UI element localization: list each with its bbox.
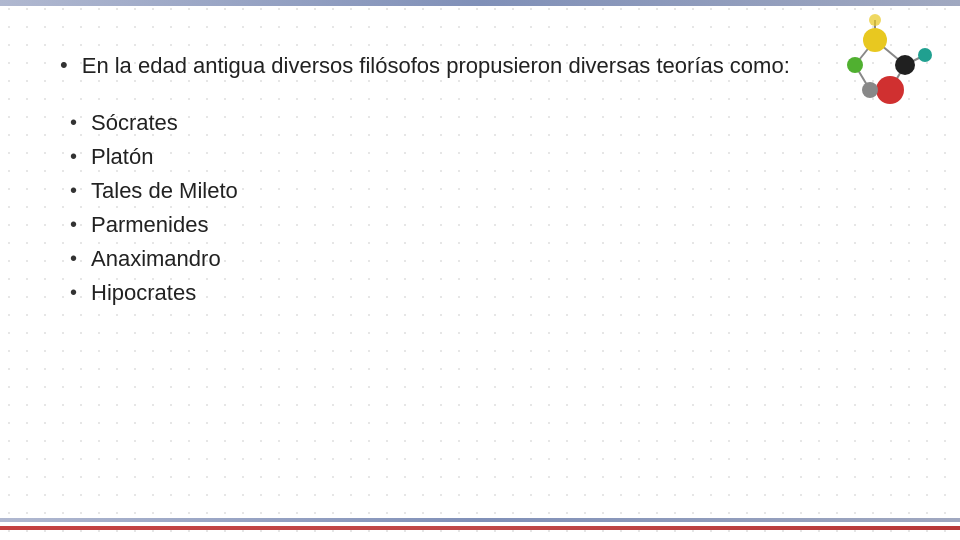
svg-point-11 [862,82,878,98]
list-item: • Tales de Mileto [70,178,900,204]
list-item: • Platón [70,144,900,170]
intro-bullet-item: • En la edad antigua diversos filósofos … [60,50,900,82]
list-item: • Hipocrates [70,280,900,306]
svg-point-9 [847,57,863,73]
list-label-platon: Platón [91,144,153,170]
list-label-parmenides: Parmenides [91,212,208,238]
list-label-anaximandro: Anaximandro [91,246,221,272]
bottom-bar-blue [0,518,960,522]
molecule-image [810,10,940,120]
intro-text: En la edad antigua diversos filósofos pr… [82,50,790,82]
list-bullet-1: • [70,145,77,168]
list-item: • Parmenides [70,212,900,238]
list-label-tales: Tales de Mileto [91,178,238,204]
list-item: • Sócrates [70,110,900,136]
svg-point-10 [876,76,904,104]
svg-point-7 [863,28,887,52]
slide: • En la edad antigua diversos filósofos … [0,0,960,540]
list-bullet-2: • [70,179,77,202]
list-bullet-3: • [70,213,77,236]
list-label-socrates: Sócrates [91,110,178,136]
philosophers-list: • Sócrates • Platón • Tales de Mileto • … [60,110,900,306]
svg-point-13 [869,14,881,26]
svg-point-12 [918,48,932,62]
svg-point-8 [895,55,915,75]
list-item: • Anaximandro [70,246,900,272]
list-bullet-0: • [70,111,77,134]
bottom-bar-red [0,526,960,530]
list-label-hipocrates: Hipocrates [91,280,196,306]
top-decorative-bar [0,0,960,6]
intro-bullet-symbol: • [60,50,68,81]
list-bullet-5: • [70,281,77,304]
list-bullet-4: • [70,247,77,270]
